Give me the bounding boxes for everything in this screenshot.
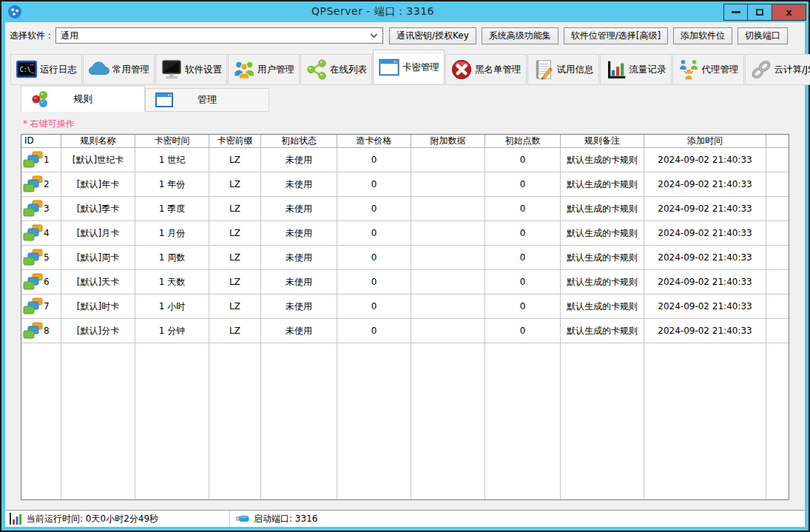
tab-software-settings[interactable]: 软件设置 <box>155 54 227 85</box>
column-header-7[interactable]: 初始点数 <box>485 135 561 148</box>
id-cell: 2 <box>21 172 61 197</box>
filler-cell <box>209 343 261 499</box>
added-time-cell: 2024-09-02 21:40:33 <box>644 148 766 172</box>
topbar-button-group: 通讯密钥/授权Key系统高级功能集软件位管理/选择[高级]添加软件位切换端口 <box>389 27 788 44</box>
price-cell: 0 <box>337 246 411 270</box>
row-id: 7 <box>44 301 50 312</box>
status-cell: 未使用 <box>261 294 337 319</box>
price-cell: 0 <box>337 294 411 319</box>
app-window: QPServer - 端口：3316 x 选择软件： 通用 通讯密钥/授权Key… <box>0 0 810 532</box>
column-header-1[interactable]: 规则名称 <box>61 135 135 148</box>
tab-common-management[interactable]: 常用管理 <box>83 54 155 85</box>
points-cell: 0 <box>485 294 561 319</box>
note-cell: 默认生成的卡规则 <box>561 172 644 197</box>
subtab-manage[interactable]: 管理 <box>145 88 269 112</box>
tab-traffic-log[interactable]: 流量记录 <box>600 54 672 85</box>
slot-manage-button[interactable]: 软件位管理/选择[高级] <box>564 27 668 44</box>
tab-run-log[interactable]: C:\_运行日志 <box>10 54 82 85</box>
table-header-row: ID规则名称卡密时间卡密前缀初始状态造卡价格附加数据初始点数规则备注添加时间 <box>21 135 789 148</box>
table-row[interactable]: 6[默认]天卡1 天数LZ未使用00默认生成的卡规则2024-09-02 21:… <box>21 270 789 294</box>
minimize-icon <box>732 11 740 13</box>
prefix-cell: LZ <box>209 294 261 319</box>
cards-icon <box>23 151 43 169</box>
link-icon <box>750 58 772 81</box>
price-cell: 0 <box>337 172 411 197</box>
extra-data-cell <box>411 148 485 172</box>
cards-icon <box>23 175 43 193</box>
advanced-features-button[interactable]: 系统高级功能集 <box>482 27 558 44</box>
cards-icon <box>23 249 43 266</box>
minimize-button[interactable] <box>723 4 748 21</box>
table-row[interactable]: 1[默认]世纪卡1 世纪LZ未使用00默认生成的卡规则2024-09-02 21… <box>21 148 789 172</box>
filler-cell <box>61 343 135 499</box>
tab-user-management[interactable]: 用户管理 <box>228 54 300 85</box>
column-header-3[interactable]: 卡密前缀 <box>209 135 261 148</box>
prefix-cell: LZ <box>209 246 261 270</box>
row-id: 1 <box>44 155 50 165</box>
row-id: 8 <box>44 326 50 336</box>
table-row[interactable]: 4[默认]月卡1 月份LZ未使用00默认生成的卡规则2024-09-02 21:… <box>21 221 789 246</box>
switch-port-button[interactable]: 切换端口 <box>738 27 788 44</box>
note-cell: 默认生成的卡规则 <box>561 148 644 172</box>
tab-trial-info[interactable]: 试用信息 <box>527 54 599 85</box>
column-header-0[interactable]: ID <box>21 135 61 148</box>
column-header-4[interactable]: 初始状态 <box>261 135 337 148</box>
monitor-icon <box>161 58 183 81</box>
row-filler-cell <box>766 294 789 319</box>
rule-name-cell: [默认]分卡 <box>61 319 135 343</box>
status-gap <box>5 500 805 510</box>
filler-cell <box>411 343 485 499</box>
status-cell: 未使用 <box>261 197 337 221</box>
card-time-cell: 1 天数 <box>135 270 209 294</box>
points-cell: 0 <box>485 172 561 197</box>
extra-data-cell <box>411 294 485 319</box>
column-header-2[interactable]: 卡密时间 <box>135 135 209 148</box>
tab-online-list[interactable]: 在线列表 <box>300 54 372 85</box>
status-cell: 未使用 <box>261 148 337 172</box>
rule-name-cell: [默认]世纪卡 <box>61 148 135 172</box>
table-row[interactable]: 8[默认]分卡1 分钟LZ未使用00默认生成的卡规则2024-09-02 21:… <box>21 319 789 343</box>
software-select-combobox[interactable]: 通用 <box>55 27 383 44</box>
id-cell: 3 <box>21 197 61 221</box>
statusbar: 当前运行时间: 0天0小时2分49秒 启动端口: 3316 <box>5 510 805 527</box>
card-time-cell: 1 周数 <box>135 246 209 270</box>
column-header-6[interactable]: 附加数据 <box>411 135 485 148</box>
usb-drive-icon <box>236 513 249 525</box>
subtab-rules[interactable]: 规则 <box>21 86 145 112</box>
close-button[interactable]: x <box>772 4 806 21</box>
status-runtime-section: 当前运行时间: 0天0小时2分49秒 <box>5 511 230 527</box>
table-row[interactable]: 3[默认]季卡1 季度LZ未使用00默认生成的卡规则2024-09-02 21:… <box>21 197 789 221</box>
port-text: 启动端口: 3316 <box>254 513 317 525</box>
tab-agent-management[interactable]: 代理管理 <box>672 54 744 85</box>
chevron-down-icon <box>370 33 378 38</box>
card-time-cell: 1 季度 <box>135 197 209 221</box>
card-time-cell: 1 分钟 <box>135 319 209 343</box>
points-cell: 0 <box>485 319 561 343</box>
row-filler-cell <box>766 221 789 246</box>
bar-chart-icon <box>9 513 22 525</box>
tab-cloud-js[interactable]: 云计算/JS <box>745 54 810 85</box>
tab-label: 代理管理 <box>702 64 739 76</box>
filler-cell <box>766 343 789 499</box>
table-row[interactable]: 2[默认]年卡1 年份LZ未使用00默认生成的卡规则2024-09-02 21:… <box>21 172 789 197</box>
column-header-8[interactable]: 规则备注 <box>561 135 644 148</box>
table-row[interactable]: 5[默认]周卡1 周数LZ未使用00默认生成的卡规则2024-09-02 21:… <box>21 246 789 270</box>
chart-icon <box>605 58 627 81</box>
add-slot-button[interactable]: 添加软件位 <box>673 27 732 44</box>
id-cell: 8 <box>21 319 61 343</box>
note-cell: 默认生成的卡规则 <box>561 246 644 270</box>
column-header-5[interactable]: 造卡价格 <box>337 135 411 148</box>
tab-card-key-management[interactable]: 卡密管理 <box>373 50 445 85</box>
column-header-9[interactable]: 添加时间 <box>644 135 766 148</box>
table-row[interactable]: 7[默认]时卡1 小时LZ未使用00默认生成的卡规则2024-09-02 21:… <box>21 294 789 319</box>
maximize-button[interactable] <box>748 4 772 21</box>
comm-key-button[interactable]: 通讯密钥/授权Key <box>389 27 476 44</box>
column-header-filler <box>766 135 789 148</box>
points-cell: 0 <box>485 246 561 270</box>
window-title: QPServer - 端口：3316 <box>22 5 723 18</box>
added-time-cell: 2024-09-02 21:40:33 <box>644 197 766 221</box>
prefix-cell: LZ <box>209 197 261 221</box>
rule-name-cell: [默认]年卡 <box>61 172 135 197</box>
tab-blacklist-management[interactable]: 黑名单管理 <box>445 54 527 85</box>
app-icon[interactable] <box>7 4 22 19</box>
